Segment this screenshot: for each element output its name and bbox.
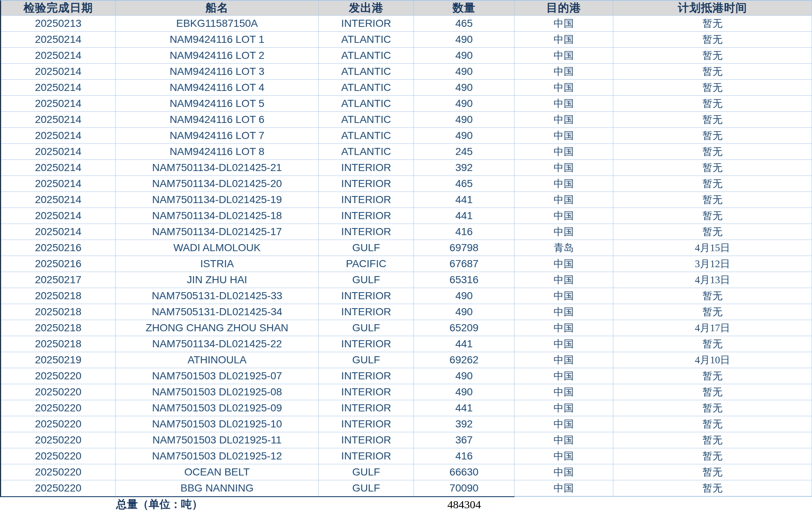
cell-destination-port: 中国 xyxy=(514,16,613,32)
header-quantity: 数量 xyxy=(414,1,514,16)
cell-vessel-name: NAM7501134-DL021425-22 xyxy=(116,336,319,352)
cell-destination-port: 中国 xyxy=(514,96,613,112)
cell-planned-arrival: 暂无 xyxy=(613,16,812,32)
cell-planned-arrival: 暂无 xyxy=(613,464,812,480)
cell-quantity: 416 xyxy=(414,224,514,240)
cell-planned-arrival: 暂无 xyxy=(613,32,812,48)
table-row: 20250218 ZHONG CHANG ZHOU SHAN GULF 6520… xyxy=(1,320,812,336)
cell-destination-port: 中国 xyxy=(514,224,613,240)
cell-destination-port: 中国 xyxy=(514,432,613,448)
cell-planned-arrival: 4月10日 xyxy=(613,352,812,368)
cell-destination-port: 中国 xyxy=(514,480,613,496)
cell-inspection-date: 20250214 xyxy=(1,160,116,176)
cell-inspection-date: 20250214 xyxy=(1,80,116,96)
cell-inspection-date: 20250220 xyxy=(1,448,116,464)
cell-quantity: 441 xyxy=(414,336,514,352)
cell-vessel-name: NAM9424116 LOT 1 xyxy=(116,32,319,48)
cell-origin-port: INTERIOR xyxy=(319,336,414,352)
cell-inspection-date: 20250214 xyxy=(1,96,116,112)
cell-origin-port: ATLANTIC xyxy=(319,80,414,96)
cell-vessel-name: JIN ZHU HAI xyxy=(116,272,319,288)
cell-origin-port: ATLANTIC xyxy=(319,128,414,144)
table-row: 20250220 OCEAN BELT GULF 66630 中国 暂无 xyxy=(1,464,812,480)
cell-inspection-date: 20250214 xyxy=(1,192,116,208)
cell-origin-port: INTERIOR xyxy=(319,448,414,464)
cell-inspection-date: 20250220 xyxy=(1,384,116,400)
cell-origin-port: INTERIOR xyxy=(319,192,414,208)
cell-vessel-name: NAM7501503 DL021925-12 xyxy=(116,448,319,464)
cell-planned-arrival: 4月17日 xyxy=(613,320,812,336)
cell-inspection-date: 20250220 xyxy=(1,416,116,432)
cell-vessel-name: ATHINOULA xyxy=(116,352,319,368)
table-row: 20250214 NAM7501134-DL021425-18 INTERIOR… xyxy=(1,208,812,224)
cell-destination-port: 中国 xyxy=(514,336,613,352)
table-row: 20250216 WADI ALMOLOUK GULF 69798 青岛 4月1… xyxy=(1,240,812,256)
table-row: 20250213 EBKG11587150A INTERIOR 465 中国 暂… xyxy=(1,16,812,32)
cell-quantity: 69798 xyxy=(414,240,514,256)
table-row: 20250214 NAM9424116 LOT 6 ATLANTIC 490 中… xyxy=(1,112,812,128)
cell-origin-port: INTERIOR xyxy=(319,288,414,304)
cell-destination-port: 中国 xyxy=(514,160,613,176)
table-row: 20250219 ATHINOULA GULF 69262 中国 4月10日 xyxy=(1,352,812,368)
cell-origin-port: GULF xyxy=(319,480,414,496)
cell-planned-arrival: 暂无 xyxy=(613,432,812,448)
header-inspection-date: 检验完成日期 xyxy=(1,1,116,16)
cell-planned-arrival: 4月13日 xyxy=(613,272,812,288)
cell-vessel-name: NAM7501134-DL021425-18 xyxy=(116,208,319,224)
header-destination-port: 目的港 xyxy=(514,1,613,16)
cell-planned-arrival: 暂无 xyxy=(613,336,812,352)
table-header-row: 检验完成日期 船名 发出港 数量 目的港 计划抵港时间 xyxy=(1,1,812,16)
table-row: 20250214 NAM9424116 LOT 4 ATLANTIC 490 中… xyxy=(1,80,812,96)
cell-destination-port: 中国 xyxy=(514,64,613,80)
cell-destination-port: 中国 xyxy=(514,304,613,320)
cell-quantity: 490 xyxy=(414,128,514,144)
table-row: 20250214 NAM9424116 LOT 1 ATLANTIC 490 中… xyxy=(1,32,812,48)
cell-planned-arrival: 3月12日 xyxy=(613,256,812,272)
cell-inspection-date: 20250220 xyxy=(1,480,116,496)
table-row: 20250220 NAM7501503 DL021925-12 INTERIOR… xyxy=(1,448,812,464)
cell-vessel-name: NAM9424116 LOT 7 xyxy=(116,128,319,144)
cell-vessel-name: WADI ALMOLOUK xyxy=(116,240,319,256)
cell-quantity: 69262 xyxy=(414,352,514,368)
cell-origin-port: INTERIOR xyxy=(319,160,414,176)
cell-quantity: 465 xyxy=(414,176,514,192)
cell-quantity: 65316 xyxy=(414,272,514,288)
cell-vessel-name: NAM7501134-DL021425-17 xyxy=(116,224,319,240)
cell-quantity: 490 xyxy=(414,96,514,112)
cell-inspection-date: 20250218 xyxy=(1,336,116,352)
cell-planned-arrival: 暂无 xyxy=(613,96,812,112)
cell-inspection-date: 20250214 xyxy=(1,112,116,128)
table-row: 20250220 NAM7501503 DL021925-10 INTERIOR… xyxy=(1,416,812,432)
cell-vessel-name: NAM7505131-DL021425-33 xyxy=(116,288,319,304)
table-row: 20250214 NAM9424116 LOT 8 ATLANTIC 245 中… xyxy=(1,144,812,160)
cell-quantity: 490 xyxy=(414,288,514,304)
cell-destination-port: 中国 xyxy=(514,192,613,208)
cell-origin-port: INTERIOR xyxy=(319,208,414,224)
cell-vessel-name: EBKG11587150A xyxy=(116,16,319,32)
cell-quantity: 245 xyxy=(414,144,514,160)
cell-inspection-date: 20250214 xyxy=(1,224,116,240)
cell-origin-port: INTERIOR xyxy=(319,224,414,240)
table-row: 20250218 NAM7505131-DL021425-33 INTERIOR… xyxy=(1,288,812,304)
table-row: 20250214 NAM7501134-DL021425-21 INTERIOR… xyxy=(1,160,812,176)
cell-quantity: 490 xyxy=(414,384,514,400)
table-row: 20250218 NAM7501134-DL021425-22 INTERIOR… xyxy=(1,336,812,352)
cell-origin-port: PACIFIC xyxy=(319,256,414,272)
cell-origin-port: ATLANTIC xyxy=(319,144,414,160)
cell-vessel-name: NAM9424116 LOT 3 xyxy=(116,64,319,80)
cell-origin-port: INTERIOR xyxy=(319,416,414,432)
cell-destination-port: 中国 xyxy=(514,272,613,288)
table-row: 20250214 NAM7501134-DL021425-17 INTERIOR… xyxy=(1,224,812,240)
cell-origin-port: GULF xyxy=(319,320,414,336)
cell-planned-arrival: 暂无 xyxy=(613,144,812,160)
table-row: 20250220 NAM7501503 DL021925-11 INTERIOR… xyxy=(1,432,812,448)
cell-origin-port: ATLANTIC xyxy=(319,112,414,128)
footer-spacer xyxy=(514,496,613,512)
cell-origin-port: ATLANTIC xyxy=(319,48,414,64)
cell-planned-arrival: 暂无 xyxy=(613,368,812,384)
cell-quantity: 465 xyxy=(414,16,514,32)
cell-destination-port: 中国 xyxy=(514,48,613,64)
total-label: 总量（单位：吨） xyxy=(0,496,319,512)
cell-destination-port: 中国 xyxy=(514,384,613,400)
table-row: 20250220 NAM7501503 DL021925-08 INTERIOR… xyxy=(1,384,812,400)
